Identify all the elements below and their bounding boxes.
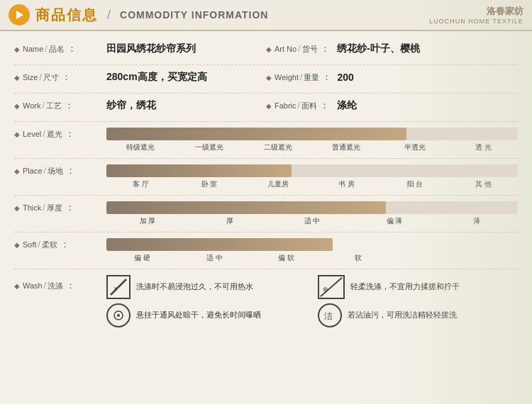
header: 商品信息 / COMMODITY INFORMATION 洛春家纺 LUOCHU… bbox=[0, 0, 532, 31]
fabric-section: ◆ Fabric / 面料 ： 涤纶 bbox=[266, 99, 518, 112]
wash-items: × 洗涤时不易浸泡过久，不可用热水 ⊗ 轻柔洗涤，不宜用力揉搓和拧干 bbox=[106, 275, 518, 327]
name-artno-row: ◆ Name / 品名 ： 田园风绣花纱帘系列 ◆ Art No / 货号 ： … bbox=[14, 37, 518, 65]
size-section: ◆ Size / 尺寸 ： 280cm高度，买宽定高 bbox=[14, 71, 266, 84]
soft-label-1: 适 中 bbox=[179, 253, 251, 263]
name-label: ◆ Name / 品名 ： bbox=[14, 43, 106, 55]
place-row: ◆ Place / 场地 ： 客 厅 卧 室 儿童房 书 房 阳 台 其 他 bbox=[14, 159, 518, 196]
wash-item-2: ⊗ 轻柔洗涤，不宜用力揉搓和拧干 bbox=[318, 275, 518, 299]
artno-value: 绣花纱-叶子、樱桃 bbox=[337, 43, 420, 55]
level-bar-track bbox=[106, 128, 518, 140]
thick-bar-track bbox=[106, 201, 518, 214]
work-fabric-row: ◆ Work / 工艺 ： 纱帘，绣花 ◆ Fabric / 面料 ： 涤纶 bbox=[14, 94, 518, 122]
level-label-3: 普通遮光 bbox=[312, 142, 381, 152]
soft-bar-section: 偏 硬 适 中 偏 软 软 bbox=[106, 238, 518, 263]
thick-label: ◆ Thick / 厚度 ： bbox=[14, 201, 106, 214]
place-label-1: 卧 室 bbox=[175, 179, 244, 189]
hang-dry-icon bbox=[106, 303, 131, 327]
level-bar-section: 特级遮光 一级遮光 二级遮光 普通遮光 半透光 透 光 bbox=[106, 128, 518, 152]
place-bar-section: 客 厅 卧 室 儿童房 书 房 阳 台 其 他 bbox=[106, 164, 518, 189]
soft-bar-labels: 偏 硬 适 中 偏 软 软 bbox=[106, 253, 394, 263]
main-content: ◆ Name / 品名 ： 田园风绣花纱帘系列 ◆ Art No / 货号 ： … bbox=[0, 31, 532, 339]
work-section: ◆ Work / 工艺 ： 纱帘，绣花 bbox=[14, 99, 266, 112]
wash-row-1: × 洗涤时不易浸泡过久，不可用热水 ⊗ 轻柔洗涤，不宜用力揉搓和拧干 bbox=[106, 275, 518, 299]
size-value: 280cm高度，买宽定高 bbox=[106, 71, 207, 84]
thick-bar-fill bbox=[106, 201, 386, 214]
work-label: ◆ Work / 工艺 ： bbox=[14, 99, 106, 112]
thick-bar-labels: 加 厚 厚 适 中 偏 薄 薄 bbox=[106, 216, 518, 226]
level-label-4: 半透光 bbox=[381, 142, 450, 152]
weight-value: 200 bbox=[337, 72, 353, 83]
header-title-en: COMMODITY INFORMATION bbox=[120, 9, 268, 21]
soft-label-0: 偏 硬 bbox=[106, 253, 179, 263]
place-label-5: 其 他 bbox=[449, 179, 518, 189]
place-label-2: 儿童房 bbox=[243, 179, 312, 189]
name-value: 田园风绣花纱帘系列 bbox=[106, 43, 196, 55]
level-label-0: 特级遮光 bbox=[106, 142, 175, 152]
header-logo: 洛春家纺 LUOCHUN HOME TEXTILE bbox=[429, 5, 523, 25]
wash-row-2: 悬挂于通风处晾干，避免长时间曝晒 洁 若沾油污，可用洗洁精轻轻搓洗 bbox=[106, 303, 518, 327]
level-label-1: 一级遮光 bbox=[175, 142, 244, 152]
level-label: ◆ Level / 遮光 ： bbox=[14, 128, 106, 140]
size-weight-row: ◆ Size / 尺寸 ： 280cm高度，买宽定高 ◆ Weight / 重量… bbox=[14, 65, 518, 94]
soft-bar-track bbox=[106, 238, 333, 251]
thick-label-0: 加 厚 bbox=[106, 216, 189, 226]
soft-bar-fill bbox=[106, 238, 333, 251]
svg-point-6 bbox=[117, 314, 120, 317]
wash-item-3: 悬挂于通风处晾干，避免长时间曝晒 bbox=[106, 303, 306, 327]
level-row: ◆ Level / 遮光 ： 特级遮光 一级遮光 二级遮光 普通遮光 半透光 透… bbox=[14, 122, 518, 159]
svg-text:⊗: ⊗ bbox=[323, 286, 328, 293]
soft-label-2: 偏 软 bbox=[250, 253, 323, 263]
wash-item-4: 洁 若沾油污，可用洗洁精轻轻搓洗 bbox=[318, 303, 518, 327]
place-bar-fill bbox=[106, 164, 292, 177]
work-value: 纱帘，绣花 bbox=[106, 99, 156, 112]
wash-text-1: 洗涤时不易浸泡过久，不可用热水 bbox=[136, 281, 253, 292]
wash-text-3: 悬挂于通风处晾干，避免长时间曝晒 bbox=[136, 310, 261, 320]
thick-bar-section: 加 厚 厚 适 中 偏 薄 薄 bbox=[106, 201, 518, 226]
soft-row: ◆ Soft / 柔软 ： 偏 硬 适 中 偏 软 软 bbox=[14, 232, 518, 269]
svg-marker-0 bbox=[16, 11, 23, 19]
artno-section: ◆ Art No / 货号 ： 绣花纱-叶子、樱桃 bbox=[266, 43, 518, 55]
no-hot-wash-icon: × bbox=[106, 275, 131, 299]
header-divider: / bbox=[104, 8, 114, 23]
logo-cn: 洛春家纺 bbox=[429, 5, 523, 18]
thick-label-2: 适 中 bbox=[271, 216, 353, 226]
level-label-5: 透 光 bbox=[449, 142, 518, 152]
place-bar-labels: 客 厅 卧 室 儿童房 书 房 阳 台 其 他 bbox=[106, 179, 518, 189]
spot-clean-icon: 洁 bbox=[318, 303, 342, 327]
soft-label-3: 软 bbox=[323, 253, 395, 263]
wash-text-2: 轻柔洗涤，不宜用力揉搓和拧干 bbox=[350, 281, 460, 292]
level-bar-fill bbox=[106, 128, 406, 140]
thick-label-4: 薄 bbox=[436, 216, 518, 226]
thick-label-1: 厚 bbox=[189, 216, 271, 226]
place-label-4: 阳 台 bbox=[381, 179, 450, 189]
gentle-wash-icon: ⊗ bbox=[318, 275, 345, 299]
place-label-0: 客 厅 bbox=[106, 179, 175, 189]
place-label: ◆ Place / 场地 ： bbox=[14, 164, 106, 177]
size-label: ◆ Size / 尺寸 ： bbox=[14, 71, 106, 84]
place-bar-track bbox=[106, 164, 518, 177]
thick-label-3: 偏 薄 bbox=[353, 216, 436, 226]
svg-text:×: × bbox=[113, 285, 118, 293]
svg-text:洁: 洁 bbox=[324, 311, 333, 321]
weight-section: ◆ Weight / 重量 ： 200 bbox=[266, 71, 518, 84]
place-label-3: 书 房 bbox=[312, 179, 381, 189]
soft-label: ◆ Soft / 柔软 ： bbox=[14, 238, 106, 251]
level-bar-labels: 特级遮光 一级遮光 二级遮光 普通遮光 半透光 透 光 bbox=[106, 142, 518, 152]
wash-item-1: × 洗涤时不易浸泡过久，不可用热水 bbox=[106, 275, 306, 299]
thick-row: ◆ Thick / 厚度 ： 加 厚 厚 适 中 偏 薄 薄 bbox=[14, 196, 518, 232]
header-title-cn: 商品信息 bbox=[35, 6, 98, 25]
wash-label-section: ◆ Wash / 洗涤 ： bbox=[14, 275, 106, 292]
fabric-value: 涤纶 bbox=[337, 99, 357, 112]
name-section: ◆ Name / 品名 ： 田园风绣花纱帘系列 bbox=[14, 43, 266, 55]
wash-row: ◆ Wash / 洗涤 ： × 洗涤时不易浸 bbox=[14, 269, 518, 333]
level-label-2: 二级遮光 bbox=[243, 142, 312, 152]
page-container: 商品信息 / COMMODITY INFORMATION 洛春家纺 LUOCHU… bbox=[0, 0, 532, 404]
header-icon bbox=[9, 4, 30, 26]
logo-en: LUOCHUN HOME TEXTILE bbox=[429, 18, 523, 25]
wash-text-4: 若沾油污，可用洗洁精轻轻搓洗 bbox=[348, 310, 457, 320]
